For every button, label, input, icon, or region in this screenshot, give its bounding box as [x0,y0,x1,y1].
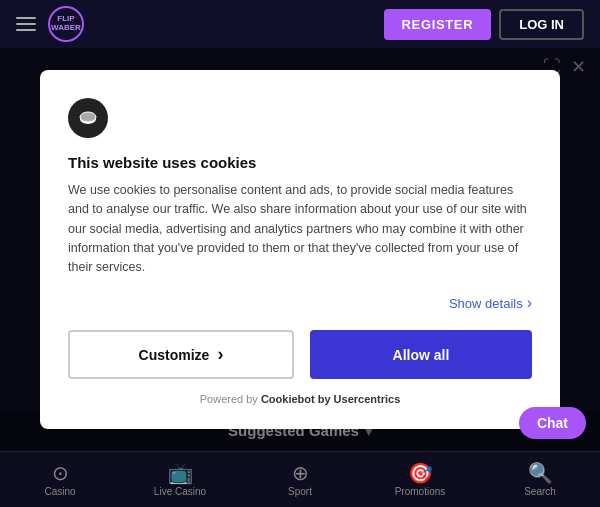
customize-button[interactable]: Customize [68,330,294,379]
nav-item-casino[interactable]: ⊙ Casino [30,463,90,497]
promotions-icon: 🎯 [408,463,433,483]
search-icon: 🔍 [528,463,553,483]
chat-button[interactable]: Chat [519,407,586,439]
cookie-show-details: Show details [68,294,532,313]
cookie-overlay: This website uses cookies We use cookies… [0,48,600,451]
login-button[interactable]: LOG IN [499,9,584,40]
allow-all-button[interactable]: Allow all [310,330,532,379]
promotions-label: Promotions [395,486,446,497]
live-casino-label: Live Casino [154,486,206,497]
powered-by-text: Powered by [200,393,261,405]
nav-item-search[interactable]: 🔍 Search [510,463,570,497]
bottom-nav: ⊙ Casino 📺 Live Casino ⊕ Sport 🎯 Promoti… [0,451,600,507]
casino-label: Casino [44,486,75,497]
sport-label: Sport [288,486,312,497]
nav-item-sport[interactable]: ⊕ Sport [270,463,330,497]
header-right: REGISTER LOG IN [384,9,584,40]
cookie-text: We use cookies to personalise content an… [68,181,532,278]
header: FLIPWABER REGISTER LOG IN [0,0,600,48]
live-casino-icon: 📺 [168,463,193,483]
logo-icon: FLIPWABER [48,6,84,42]
register-button[interactable]: REGISTER [384,9,492,40]
cookiebot-text: Cookiebot by Usercentrics [261,393,400,405]
nav-item-live-casino[interactable]: 📺 Live Casino [150,463,210,497]
logo: FLIPWABER [48,6,84,42]
main-content: ⛶ ✕ This website uses cookies We use coo… [0,48,600,451]
cookie-title: This website uses cookies [68,154,532,171]
casino-icon: ⊙ [52,463,69,483]
search-label: Search [524,486,556,497]
cookie-footer: Powered by Cookiebot by Usercentrics [68,393,532,405]
cookie-modal: This website uses cookies We use cookies… [40,70,560,429]
sport-icon: ⊕ [292,463,309,483]
cookie-logo [68,98,108,138]
nav-item-promotions[interactable]: 🎯 Promotions [390,463,450,497]
cookie-logo-icon [76,106,100,130]
hamburger-menu[interactable] [16,17,36,31]
cookie-actions: Customize Allow all [68,330,532,379]
show-details-link[interactable]: Show details [449,294,532,312]
header-left: FLIPWABER [16,6,84,42]
